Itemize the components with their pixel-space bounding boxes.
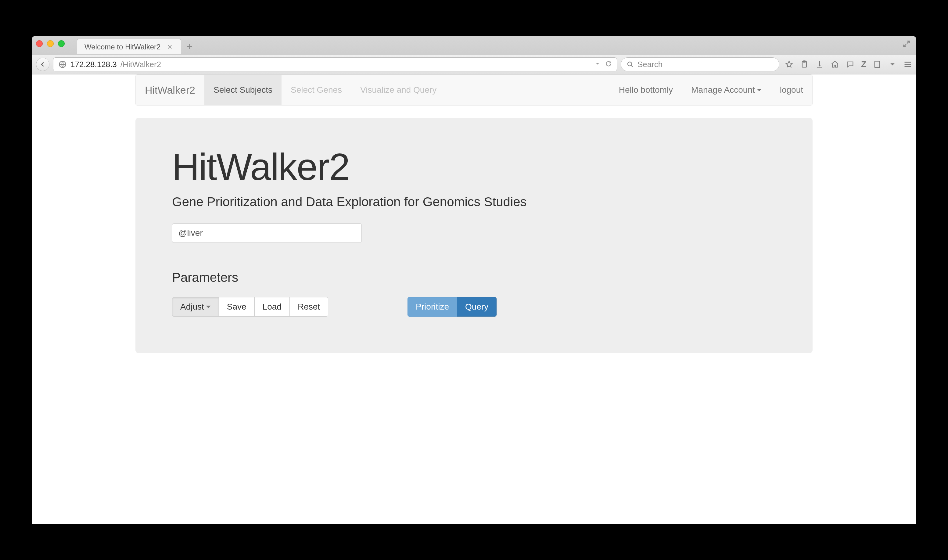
reset-button[interactable]: Reset bbox=[290, 297, 328, 317]
downloads-icon[interactable] bbox=[815, 60, 824, 69]
nav-back-button[interactable] bbox=[36, 58, 49, 71]
menu-icon[interactable] bbox=[903, 60, 912, 69]
page-container: HitWalker2 Select Subjects Select Genes … bbox=[135, 74, 813, 353]
globe-icon bbox=[58, 60, 67, 69]
z-icon[interactable]: Z bbox=[861, 60, 866, 69]
url-dropdown-icon[interactable] bbox=[594, 60, 601, 69]
clipboard-icon[interactable] bbox=[800, 60, 809, 69]
parameters-btn-group: Adjust Save Load Reset bbox=[172, 297, 328, 317]
navbar: HitWalker2 Select Subjects Select Genes … bbox=[135, 74, 813, 106]
nav-manage-account[interactable]: Manage Account bbox=[682, 75, 771, 105]
parameters-heading: Parameters bbox=[172, 270, 776, 285]
navbar-brand[interactable]: HitWalker2 bbox=[136, 84, 205, 96]
window-maximize-button[interactable] bbox=[58, 40, 65, 47]
action-btn-group: Prioritize Query bbox=[408, 297, 497, 317]
caret-down-icon bbox=[757, 89, 762, 91]
browser-search-box[interactable]: Search bbox=[621, 57, 779, 71]
nav-visualize-query[interactable]: Visualize and Query bbox=[351, 75, 446, 105]
search-icon bbox=[626, 61, 634, 68]
svg-rect-4 bbox=[817, 67, 822, 68]
window-close-button[interactable] bbox=[36, 40, 43, 47]
browser-toolbar-icons: Z bbox=[783, 60, 912, 69]
tab-add-button[interactable]: + bbox=[181, 41, 198, 54]
browser-urlbar: 172.28.128.3/HitWalker2 Search bbox=[32, 54, 916, 74]
nav-logout[interactable]: logout bbox=[771, 75, 812, 105]
svg-point-1 bbox=[628, 62, 632, 66]
browser-window: Welcome to HitWalker2 × + bbox=[32, 36, 916, 524]
subject-search-addon[interactable] bbox=[351, 223, 362, 243]
prioritize-button[interactable]: Prioritize bbox=[408, 297, 457, 317]
window-controls bbox=[36, 36, 65, 54]
reload-icon[interactable] bbox=[605, 60, 612, 69]
page-viewport: HitWalker2 Select Subjects Select Genes … bbox=[32, 74, 916, 524]
subject-search-row bbox=[172, 223, 776, 243]
window-minimize-button[interactable] bbox=[47, 40, 54, 47]
search-placeholder: Search bbox=[637, 60, 662, 69]
bookmark-star-icon[interactable] bbox=[785, 60, 793, 69]
screen-letterbox: Welcome to HitWalker2 × + bbox=[0, 0, 948, 560]
query-button[interactable]: Query bbox=[457, 297, 497, 317]
page-icon[interactable] bbox=[873, 60, 882, 69]
load-button[interactable]: Load bbox=[255, 297, 290, 317]
nav-select-genes[interactable]: Select Genes bbox=[282, 75, 351, 105]
url-path: /HitWalker2 bbox=[120, 60, 161, 69]
home-icon[interactable] bbox=[831, 60, 839, 69]
nav-greeting: Hello bottomly bbox=[610, 75, 682, 105]
url-host: 172.28.128.3 bbox=[71, 60, 117, 69]
tab-title: Welcome to HitWalker2 bbox=[85, 43, 160, 51]
page-dropdown-icon[interactable] bbox=[888, 60, 897, 69]
save-button[interactable]: Save bbox=[219, 297, 255, 317]
fullscreen-icon[interactable] bbox=[902, 40, 911, 50]
browser-tabstrip: Welcome to HitWalker2 × + bbox=[32, 36, 916, 54]
parameters-button-row: Adjust Save Load Reset Prioritize Query bbox=[172, 297, 776, 317]
page-subtitle: Gene Prioritization and Data Exploration… bbox=[172, 195, 776, 209]
chat-icon[interactable] bbox=[846, 60, 854, 69]
address-bar[interactable]: 172.28.128.3/HitWalker2 bbox=[53, 57, 617, 71]
browser-tab-active[interactable]: Welcome to HitWalker2 × bbox=[77, 39, 181, 54]
svg-rect-5 bbox=[875, 61, 880, 68]
page-title: HitWalker2 bbox=[172, 145, 776, 189]
tab-close-icon[interactable]: × bbox=[167, 43, 172, 51]
caret-down-icon bbox=[206, 306, 211, 308]
adjust-button[interactable]: Adjust bbox=[172, 297, 219, 317]
subject-search-input[interactable] bbox=[172, 223, 351, 243]
jumbotron: HitWalker2 Gene Prioritization and Data … bbox=[135, 118, 813, 353]
nav-select-subjects[interactable]: Select Subjects bbox=[205, 75, 282, 105]
